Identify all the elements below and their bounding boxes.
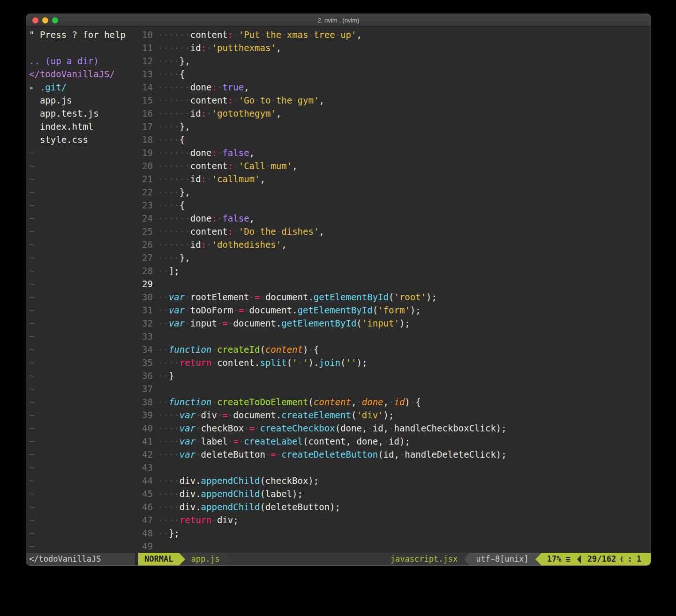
- code-line[interactable]: 23····{: [135, 199, 651, 212]
- line-number: 43: [135, 461, 153, 474]
- tree-item-style-css[interactable]: style.css: [29, 133, 135, 146]
- lines-icon: ≡: [565, 553, 570, 565]
- code-line[interactable]: 26······id:·'dothedishes',: [135, 238, 651, 251]
- empty-line-tilde: ~: [29, 435, 135, 448]
- line-number: 14: [135, 81, 153, 94]
- line-number: 23: [135, 199, 153, 212]
- code-line[interactable]: 28··];: [135, 264, 651, 277]
- code-line[interactable]: 15······content:·'Go·to·the·gym',: [135, 94, 651, 107]
- code-line[interactable]: 39····var·div·=·document.createElement('…: [135, 408, 651, 422]
- scroll-percent: 17%: [547, 553, 562, 565]
- code-text: ····},: [158, 54, 190, 67]
- code-text: ····{: [158, 133, 185, 146]
- code-line[interactable]: 22····},: [135, 186, 651, 199]
- code-line[interactable]: 44····div.appendChild(checkBox);: [135, 474, 651, 487]
- line-number: 38: [135, 395, 153, 408]
- tree-item-index-html[interactable]: index.html: [29, 120, 135, 133]
- empty-line-tilde: ~: [29, 238, 135, 251]
- code-line[interactable]: 14······done:·true,: [135, 81, 651, 94]
- code-line[interactable]: 47····return·div;: [135, 513, 651, 527]
- code-line[interactable]: 17····},: [135, 120, 651, 133]
- code-line[interactable]: 19······done:·false,: [135, 146, 651, 159]
- tree-item-app-test-js[interactable]: app.test.js: [29, 107, 135, 120]
- code-line[interactable]: 20······content:·'Call·mum',: [135, 159, 651, 172]
- mode-indicator: NORMAL: [138, 553, 179, 565]
- line-number: 17: [135, 120, 153, 133]
- line-number: 22: [135, 186, 153, 199]
- code-text: ····var·label·=·createLabel(content,·don…: [158, 435, 410, 448]
- code-line[interactable]: 16······id:·'gotothegym',: [135, 107, 651, 120]
- tree-item-git-dir[interactable]: ▸ .git/: [29, 81, 135, 94]
- code-line[interactable]: 35····return·content.split('·').join('')…: [135, 356, 651, 369]
- powerline-separator-icon: [179, 553, 185, 565]
- code-line[interactable]: 12····},: [135, 54, 651, 67]
- line-number: 30: [135, 290, 153, 304]
- code-text: ····return·div;: [158, 513, 239, 527]
- code-line[interactable]: 10······content:·'Put·the·xmas·tree·up',: [135, 28, 651, 41]
- nerdtree-sidebar[interactable]: " Press ? for help.. (up a dir)</todoVan…: [26, 27, 135, 553]
- code-line[interactable]: 42····var·deleteButton·=·createDeleteBut…: [135, 448, 651, 461]
- cursor-position: 29/162: [587, 553, 616, 565]
- close-button[interactable]: [32, 17, 38, 23]
- code-line[interactable]: 37: [135, 382, 651, 395]
- column-separator: :: [628, 553, 632, 565]
- powerline-left-separator-icon: [464, 553, 469, 565]
- code-text: ··var·input·=·document.getElementById('i…: [158, 317, 410, 330]
- empty-line-tilde: ~: [29, 369, 135, 382]
- code-line[interactable]: 18····{: [135, 133, 651, 146]
- nerdtree-up-dir[interactable]: .. (up a dir): [29, 54, 135, 67]
- code-text: ····var·checkBox·=·createCheckbox(done,·…: [158, 422, 507, 435]
- line-number: 12: [135, 54, 153, 67]
- empty-line-tilde: ~: [29, 199, 135, 212]
- title-bar[interactable]: 2. nvim . (nvim): [26, 14, 651, 27]
- code-text: ··function·createId(content)·{: [158, 343, 319, 356]
- code-line[interactable]: 21······id:·'callmum',: [135, 172, 651, 186]
- tree-item-app-js[interactable]: app.js: [29, 94, 135, 107]
- empty-line-tilde: ~: [29, 186, 135, 199]
- code-text: ······content:·'Go·to·the·gym',: [158, 94, 324, 107]
- code-line[interactable]: 41····var·label·=·createLabel(content,·d…: [135, 435, 651, 448]
- empty-line-tilde: ~: [29, 500, 135, 513]
- code-line[interactable]: 33: [135, 330, 651, 343]
- code-line[interactable]: 34··function·createId(content)·{: [135, 343, 651, 356]
- code-line[interactable]: 45····div.appendChild(label);: [135, 487, 651, 500]
- code-line[interactable]: 30··var·rootElement·=·document.getElemen…: [135, 290, 651, 304]
- dir-expand-arrow-icon[interactable]: ▸: [29, 82, 40, 92]
- empty-line-tilde: ~: [29, 395, 135, 408]
- code-line[interactable]: 11······id:·'putthexmas',: [135, 41, 651, 54]
- code-line[interactable]: 13····{: [135, 67, 651, 81]
- line-number: 16: [135, 107, 153, 120]
- editor-buffer[interactable]: 10······content:·'Put·the·xmas·tree·up',…: [135, 27, 651, 553]
- line-number: 29: [135, 277, 153, 290]
- code-line[interactable]: 25······content:·'Do·the·dishes',: [135, 225, 651, 238]
- powerline-mini-separator-icon: [577, 555, 581, 564]
- statusline-spacer: [231, 553, 384, 565]
- code-line[interactable]: 48··};: [135, 527, 651, 540]
- code-line[interactable]: 40····var·checkBox·=·createCheckbox(done…: [135, 422, 651, 435]
- code-line[interactable]: 27····},: [135, 251, 651, 264]
- line-number: 18: [135, 133, 153, 146]
- dir-label: .git/: [40, 82, 67, 92]
- empty-line-tilde: ~: [29, 461, 135, 474]
- minimize-button[interactable]: [42, 17, 48, 23]
- code-line[interactable]: 49: [135, 540, 651, 553]
- code-line[interactable]: 31··var·toDoForm·=·document.getElementBy…: [135, 304, 651, 317]
- nvim-content: " Press ? for help.. (up a dir)</todoVan…: [26, 27, 651, 553]
- empty-line-tilde: ~: [29, 146, 135, 159]
- code-line[interactable]: 24······done:·false,: [135, 212, 651, 225]
- code-line[interactable]: 43: [135, 461, 651, 474]
- nerdtree-root-path[interactable]: </todoVanillaJS/: [29, 67, 135, 81]
- code-text: ······content:·'Call·mum',: [158, 159, 298, 172]
- fullscreen-button[interactable]: [52, 17, 58, 23]
- code-line[interactable]: 29: [135, 277, 651, 290]
- line-number: 28: [135, 264, 153, 277]
- code-line[interactable]: 46····div.appendChild(deleteButton);: [135, 500, 651, 513]
- code-line[interactable]: 36··}: [135, 369, 651, 382]
- line-number: 36: [135, 369, 153, 382]
- code-line[interactable]: 38··function·createToDoElement(content,·…: [135, 395, 651, 408]
- code-text: ··];: [158, 264, 180, 277]
- code-line[interactable]: 32··var·input·=·document.getElementById(…: [135, 317, 651, 330]
- code-text: ··function·createToDoElement(content,·do…: [158, 395, 421, 408]
- powerline-thin-separator-icon: [225, 553, 231, 565]
- empty-line-tilde: ~: [29, 277, 135, 290]
